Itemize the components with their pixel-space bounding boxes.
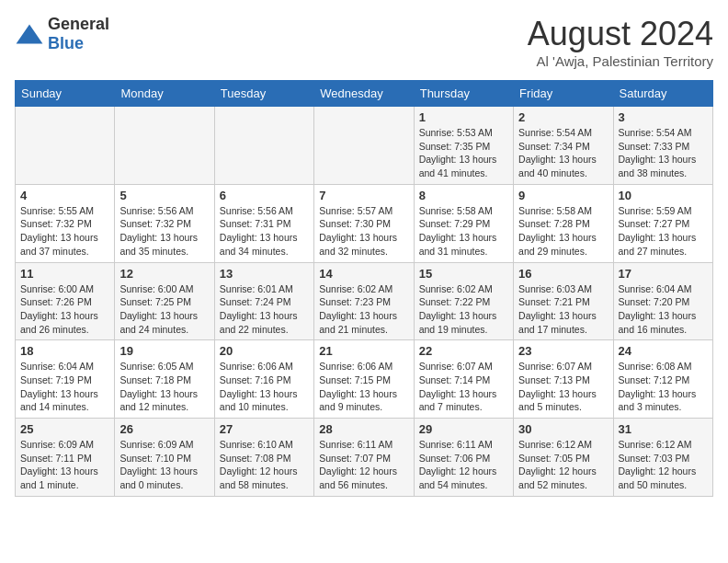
day-number: 15 [419, 267, 508, 281]
day-info: Sunrise: 5:59 AMSunset: 7:27 PMDaylight:… [619, 204, 708, 259]
svg-marker-0 [17, 25, 43, 44]
day-info: Sunrise: 6:00 AMSunset: 7:26 PMDaylight:… [20, 282, 109, 337]
day-number: 13 [220, 267, 309, 281]
day-cell: 21Sunrise: 6:06 AMSunset: 7:15 PMDayligh… [314, 340, 414, 419]
day-number: 17 [619, 267, 708, 281]
day-number: 23 [518, 344, 608, 358]
day-info: Sunrise: 6:04 AMSunset: 7:20 PMDaylight:… [619, 282, 708, 337]
day-cell: 12Sunrise: 6:00 AMSunset: 7:25 PMDayligh… [115, 262, 214, 340]
day-cell [214, 107, 313, 185]
title-area: August 2024 Al 'Awja, Palestinian Territ… [528, 15, 713, 69]
day-info: Sunrise: 6:08 AMSunset: 7:12 PMDaylight:… [619, 360, 708, 414]
weekday-header-thursday: Thursday [414, 81, 513, 107]
day-cell [115, 107, 214, 185]
day-number: 21 [319, 344, 408, 358]
day-info: Sunrise: 6:07 AMSunset: 7:13 PMDaylight:… [518, 360, 608, 414]
weekday-header-saturday: Saturday [613, 81, 712, 107]
day-info: Sunrise: 6:04 AMSunset: 7:19 PMDaylight:… [20, 360, 109, 414]
day-info: Sunrise: 6:06 AMSunset: 7:16 PMDaylight:… [220, 360, 309, 414]
weekday-header-monday: Monday [115, 81, 214, 107]
day-info: Sunrise: 6:07 AMSunset: 7:14 PMDaylight:… [419, 360, 508, 414]
day-info: Sunrise: 6:09 AMSunset: 7:10 PMDaylight:… [119, 438, 209, 492]
day-number: 7 [319, 189, 408, 202]
day-number: 30 [518, 422, 608, 436]
day-number: 14 [319, 267, 408, 281]
day-cell: 28Sunrise: 6:11 AMSunset: 7:07 PMDayligh… [314, 419, 414, 497]
day-cell: 9Sunrise: 5:58 AMSunset: 7:28 PMDaylight… [514, 184, 613, 262]
day-number: 11 [20, 267, 109, 281]
weekday-header-friday: Friday [514, 81, 613, 107]
week-row-5: 25Sunrise: 6:09 AMSunset: 7:11 PMDayligh… [16, 419, 713, 497]
day-cell: 1Sunrise: 5:53 AMSunset: 7:35 PMDaylight… [414, 107, 513, 185]
day-cell: 15Sunrise: 6:02 AMSunset: 7:22 PMDayligh… [414, 262, 513, 340]
day-number: 31 [619, 422, 708, 436]
day-info: Sunrise: 5:58 AMSunset: 7:28 PMDaylight:… [518, 204, 608, 259]
day-info: Sunrise: 6:01 AMSunset: 7:24 PMDaylight:… [220, 282, 309, 337]
day-cell: 11Sunrise: 6:00 AMSunset: 7:26 PMDayligh… [16, 262, 115, 340]
day-cell [314, 107, 414, 185]
day-number: 12 [119, 267, 209, 281]
day-cell: 24Sunrise: 6:08 AMSunset: 7:12 PMDayligh… [613, 340, 712, 419]
day-number: 9 [518, 189, 608, 202]
calendar-table: SundayMondayTuesdayWednesdayThursdayFrid… [15, 80, 713, 497]
day-number: 6 [220, 189, 309, 202]
week-row-3: 11Sunrise: 6:00 AMSunset: 7:26 PMDayligh… [16, 262, 713, 340]
day-info: Sunrise: 6:06 AMSunset: 7:15 PMDaylight:… [319, 360, 408, 414]
day-cell: 4Sunrise: 5:55 AMSunset: 7:32 PMDaylight… [16, 184, 115, 262]
weekday-header-tuesday: Tuesday [214, 81, 313, 107]
day-cell: 13Sunrise: 6:01 AMSunset: 7:24 PMDayligh… [214, 262, 313, 340]
day-cell: 2Sunrise: 5:54 AMSunset: 7:34 PMDaylight… [514, 107, 613, 185]
day-number: 25 [20, 422, 109, 436]
day-number: 5 [119, 189, 209, 202]
day-info: Sunrise: 5:57 AMSunset: 7:30 PMDaylight:… [319, 204, 408, 259]
day-number: 16 [518, 267, 608, 281]
logo-text-blue: Blue [48, 34, 84, 52]
day-info: Sunrise: 6:11 AMSunset: 7:07 PMDaylight:… [319, 438, 408, 492]
day-number: 29 [419, 422, 508, 436]
day-cell: 14Sunrise: 6:02 AMSunset: 7:23 PMDayligh… [314, 262, 414, 340]
header: General Blue August 2024 Al 'Awja, Pales… [15, 15, 713, 69]
day-info: Sunrise: 5:54 AMSunset: 7:33 PMDaylight:… [619, 126, 708, 180]
day-info: Sunrise: 6:03 AMSunset: 7:21 PMDaylight:… [518, 282, 608, 337]
day-cell: 5Sunrise: 5:56 AMSunset: 7:32 PMDaylight… [115, 184, 214, 262]
day-cell: 6Sunrise: 5:56 AMSunset: 7:31 PMDaylight… [214, 184, 313, 262]
day-info: Sunrise: 6:02 AMSunset: 7:22 PMDaylight:… [419, 282, 508, 337]
day-info: Sunrise: 5:53 AMSunset: 7:35 PMDaylight:… [419, 126, 508, 180]
month-year: August 2024 [528, 15, 713, 53]
day-info: Sunrise: 5:55 AMSunset: 7:32 PMDaylight:… [20, 204, 109, 259]
day-number: 2 [518, 110, 608, 124]
day-info: Sunrise: 6:05 AMSunset: 7:18 PMDaylight:… [119, 360, 209, 414]
week-row-2: 4Sunrise: 5:55 AMSunset: 7:32 PMDaylight… [16, 184, 713, 262]
day-info: Sunrise: 6:02 AMSunset: 7:23 PMDaylight:… [319, 282, 408, 337]
day-info: Sunrise: 6:00 AMSunset: 7:25 PMDaylight:… [119, 282, 209, 337]
day-cell: 27Sunrise: 6:10 AMSunset: 7:08 PMDayligh… [214, 419, 313, 497]
day-number: 10 [619, 189, 708, 202]
day-info: Sunrise: 5:54 AMSunset: 7:34 PMDaylight:… [518, 126, 608, 180]
day-number: 27 [220, 422, 309, 436]
day-number: 20 [220, 344, 309, 358]
day-info: Sunrise: 6:12 AMSunset: 7:05 PMDaylight:… [518, 438, 608, 492]
day-info: Sunrise: 6:12 AMSunset: 7:03 PMDaylight:… [619, 438, 708, 492]
day-number: 24 [619, 344, 708, 358]
logo-icon [15, 23, 44, 45]
day-cell: 3Sunrise: 5:54 AMSunset: 7:33 PMDaylight… [613, 107, 712, 185]
day-cell: 17Sunrise: 6:04 AMSunset: 7:20 PMDayligh… [613, 262, 712, 340]
day-cell [16, 107, 115, 185]
day-info: Sunrise: 6:10 AMSunset: 7:08 PMDaylight:… [220, 438, 309, 492]
weekday-header-row: SundayMondayTuesdayWednesdayThursdayFrid… [16, 81, 713, 107]
logo: General Blue [15, 15, 109, 53]
day-cell: 8Sunrise: 5:58 AMSunset: 7:29 PMDaylight… [414, 184, 513, 262]
day-number: 26 [119, 422, 209, 436]
day-cell: 25Sunrise: 6:09 AMSunset: 7:11 PMDayligh… [16, 419, 115, 497]
day-cell: 23Sunrise: 6:07 AMSunset: 7:13 PMDayligh… [514, 340, 613, 419]
day-number: 22 [419, 344, 508, 358]
day-number: 4 [20, 189, 109, 202]
day-number: 19 [119, 344, 209, 358]
day-number: 1 [419, 110, 508, 124]
day-cell: 26Sunrise: 6:09 AMSunset: 7:10 PMDayligh… [115, 419, 214, 497]
week-row-4: 18Sunrise: 6:04 AMSunset: 7:19 PMDayligh… [16, 340, 713, 419]
day-cell: 18Sunrise: 6:04 AMSunset: 7:19 PMDayligh… [16, 340, 115, 419]
day-number: 18 [20, 344, 109, 358]
day-cell: 7Sunrise: 5:57 AMSunset: 7:30 PMDaylight… [314, 184, 414, 262]
day-info: Sunrise: 5:56 AMSunset: 7:31 PMDaylight:… [220, 204, 309, 259]
